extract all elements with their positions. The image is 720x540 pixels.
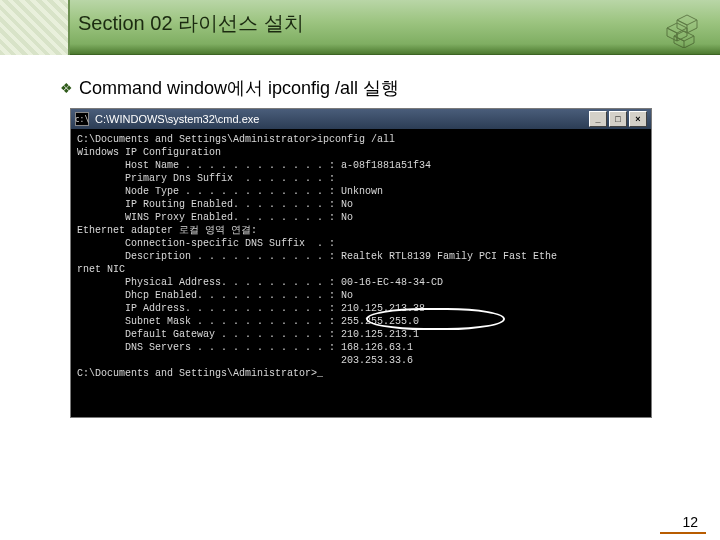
- cmd-line: Windows IP Configuration: [77, 146, 645, 159]
- cmd-line: DNS Servers . . . . . . . . . . . : 168.…: [77, 341, 645, 354]
- bullet-text: Command window에서 ipconfig /all 실행: [79, 76, 399, 100]
- cmd-line: C:\Documents and Settings\Administrator>…: [77, 367, 645, 380]
- cmd-line: Default Gateway . . . . . . . . . : 210.…: [77, 328, 645, 341]
- page-number: 12: [682, 514, 698, 530]
- close-button[interactable]: ×: [629, 111, 647, 127]
- cmd-line: 203.253.33.6: [77, 354, 645, 367]
- cmd-icon: c:\: [75, 112, 89, 126]
- cmd-line: C:\Documents and Settings\Administrator>…: [77, 133, 645, 146]
- cmd-line: IP Routing Enabled. . . . . . . . : No: [77, 198, 645, 211]
- minimize-button[interactable]: _: [589, 111, 607, 127]
- cube-stack-icon: [662, 8, 702, 48]
- diamond-bullet-icon: ❖: [60, 80, 73, 96]
- section-title: Section 02 라이선스 설치: [78, 10, 304, 37]
- header-thumbnail: [0, 0, 70, 55]
- bullet-row: ❖ Command window에서 ipconfig /all 실행: [60, 76, 399, 100]
- cmd-line: Node Type . . . . . . . . . . . . : Unkn…: [77, 185, 645, 198]
- cmd-line: IP Address. . . . . . . . . . . . : 210.…: [77, 302, 645, 315]
- cmd-line: WINS Proxy Enabled. . . . . . . . : No: [77, 211, 645, 224]
- maximize-button[interactable]: □: [609, 111, 627, 127]
- slide: Section 02 라이선스 설치 ❖ Command window에서 ip…: [0, 0, 720, 540]
- cmd-line: Subnet Mask . . . . . . . . . . . : 255.…: [77, 315, 645, 328]
- command-window: c:\ C:\WINDOWS\system32\cmd.exe _ □ × C:…: [70, 108, 652, 418]
- cmd-title: C:\WINDOWS\system32\cmd.exe: [93, 113, 585, 125]
- cmd-line: Host Name . . . . . . . . . . . . : a-08…: [77, 159, 645, 172]
- window-buttons: _ □ ×: [589, 111, 647, 127]
- cmd-line: Primary Dns Suffix . . . . . . . :: [77, 172, 645, 185]
- cmd-titlebar: c:\ C:\WINDOWS\system32\cmd.exe _ □ ×: [71, 109, 651, 129]
- cmd-line: Physical Address. . . . . . . . . : 00-1…: [77, 276, 645, 289]
- cmd-line: Ethernet adapter 로컬 영역 연결:: [77, 224, 645, 237]
- cmd-line: Description . . . . . . . . . . . : Real…: [77, 250, 645, 263]
- cmd-output: C:\Documents and Settings\Administrator>…: [71, 129, 651, 417]
- page-number-underline: [660, 532, 706, 534]
- cmd-line: Connection-specific DNS Suffix . :: [77, 237, 645, 250]
- header-band: Section 02 라이선스 설치: [0, 0, 720, 55]
- cmd-line: Dhcp Enabled. . . . . . . . . . . : No: [77, 289, 645, 302]
- cmd-line: rnet NIC: [77, 263, 645, 276]
